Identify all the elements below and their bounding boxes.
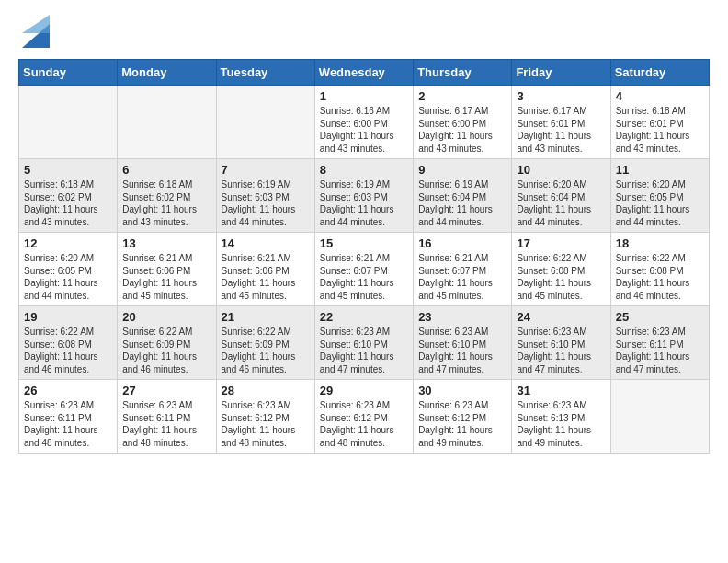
weekday-sunday: Sunday <box>19 60 118 86</box>
day-info: Sunrise: 6:16 AM Sunset: 6:00 PM Dayligh… <box>320 105 408 155</box>
day-number: 18 <box>616 236 704 250</box>
calendar-cell: 30Sunrise: 6:23 AM Sunset: 6:12 PM Dayli… <box>414 380 512 454</box>
calendar-cell: 11Sunrise: 6:20 AM Sunset: 6:05 PM Dayli… <box>610 159 709 233</box>
day-info: Sunrise: 6:22 AM Sunset: 6:08 PM Dayligh… <box>517 252 605 302</box>
day-info: Sunrise: 6:18 AM Sunset: 6:02 PM Dayligh… <box>24 178 112 228</box>
calendar-table: SundayMondayTuesdayWednesdayThursdayFrid… <box>18 59 710 454</box>
calendar-cell: 14Sunrise: 6:21 AM Sunset: 6:06 PM Dayli… <box>216 233 314 306</box>
day-number: 15 <box>320 236 408 250</box>
day-info: Sunrise: 6:18 AM Sunset: 6:02 PM Dayligh… <box>122 178 210 228</box>
day-number: 26 <box>24 384 112 397</box>
calendar-header: SundayMondayTuesdayWednesdayThursdayFrid… <box>19 60 710 86</box>
day-info: Sunrise: 6:22 AM Sunset: 6:08 PM Dayligh… <box>616 252 704 302</box>
day-number: 25 <box>616 310 704 324</box>
weekday-row: SundayMondayTuesdayWednesdayThursdayFrid… <box>19 60 710 86</box>
day-info: Sunrise: 6:22 AM Sunset: 6:08 PM Dayligh… <box>24 326 112 375</box>
header <box>18 15 710 48</box>
week-row: 1Sunrise: 6:16 AM Sunset: 6:00 PM Daylig… <box>19 86 710 159</box>
logo <box>18 15 50 48</box>
day-number: 19 <box>24 310 112 324</box>
day-info: Sunrise: 6:21 AM Sunset: 6:06 PM Dayligh… <box>122 252 210 302</box>
weekday-friday: Friday <box>512 60 610 86</box>
day-info: Sunrise: 6:23 AM Sunset: 6:10 PM Dayligh… <box>418 326 506 375</box>
day-info: Sunrise: 6:21 AM Sunset: 6:07 PM Dayligh… <box>320 252 408 302</box>
calendar-cell: 20Sunrise: 6:22 AM Sunset: 6:09 PM Dayli… <box>118 306 216 380</box>
day-number: 28 <box>222 384 310 397</box>
calendar-cell: 24Sunrise: 6:23 AM Sunset: 6:10 PM Dayli… <box>512 306 610 380</box>
calendar-body: 1Sunrise: 6:16 AM Sunset: 6:00 PM Daylig… <box>19 86 710 454</box>
week-row: 26Sunrise: 6:23 AM Sunset: 6:11 PM Dayli… <box>19 380 710 454</box>
day-info: Sunrise: 6:22 AM Sunset: 6:09 PM Dayligh… <box>122 326 210 375</box>
day-info: Sunrise: 6:20 AM Sunset: 6:05 PM Dayligh… <box>24 252 112 302</box>
day-info: Sunrise: 6:18 AM Sunset: 6:01 PM Dayligh… <box>616 105 704 155</box>
day-number: 10 <box>517 163 605 177</box>
day-info: Sunrise: 6:23 AM Sunset: 6:11 PM Dayligh… <box>616 326 704 375</box>
week-row: 19Sunrise: 6:22 AM Sunset: 6:08 PM Dayli… <box>19 306 710 380</box>
day-info: Sunrise: 6:19 AM Sunset: 6:03 PM Dayligh… <box>222 178 310 228</box>
day-number: 27 <box>122 384 210 397</box>
calendar-cell <box>216 86 314 159</box>
weekday-tuesday: Tuesday <box>216 60 314 86</box>
day-number: 23 <box>418 310 506 324</box>
day-number: 31 <box>517 384 605 397</box>
calendar-cell: 8Sunrise: 6:19 AM Sunset: 6:03 PM Daylig… <box>314 159 413 233</box>
day-number: 5 <box>24 163 112 177</box>
calendar-cell: 23Sunrise: 6:23 AM Sunset: 6:10 PM Dayli… <box>414 306 512 380</box>
page: SundayMondayTuesdayWednesdayThursdayFrid… <box>0 0 728 563</box>
day-number: 1 <box>320 89 408 103</box>
day-number: 9 <box>418 163 506 177</box>
day-number: 16 <box>418 236 506 250</box>
calendar-cell: 15Sunrise: 6:21 AM Sunset: 6:07 PM Dayli… <box>314 233 413 306</box>
calendar-cell <box>118 86 216 159</box>
calendar-cell: 27Sunrise: 6:23 AM Sunset: 6:11 PM Dayli… <box>118 380 216 454</box>
calendar-cell: 7Sunrise: 6:19 AM Sunset: 6:03 PM Daylig… <box>216 159 314 233</box>
day-info: Sunrise: 6:17 AM Sunset: 6:01 PM Dayligh… <box>517 105 605 155</box>
calendar-cell: 4Sunrise: 6:18 AM Sunset: 6:01 PM Daylig… <box>610 86 709 159</box>
day-info: Sunrise: 6:21 AM Sunset: 6:06 PM Dayligh… <box>222 252 310 302</box>
day-number: 13 <box>122 236 210 250</box>
logo-icon <box>22 15 50 48</box>
calendar-cell: 26Sunrise: 6:23 AM Sunset: 6:11 PM Dayli… <box>19 380 118 454</box>
svg-marker-1 <box>22 15 50 33</box>
day-info: Sunrise: 6:20 AM Sunset: 6:05 PM Dayligh… <box>616 178 704 228</box>
calendar-cell: 18Sunrise: 6:22 AM Sunset: 6:08 PM Dayli… <box>610 233 709 306</box>
week-row: 5Sunrise: 6:18 AM Sunset: 6:02 PM Daylig… <box>19 159 710 233</box>
day-info: Sunrise: 6:21 AM Sunset: 6:07 PM Dayligh… <box>418 252 506 302</box>
day-number: 17 <box>517 236 605 250</box>
day-info: Sunrise: 6:23 AM Sunset: 6:11 PM Dayligh… <box>122 399 210 449</box>
day-info: Sunrise: 6:23 AM Sunset: 6:12 PM Dayligh… <box>222 399 310 449</box>
calendar-cell <box>19 86 118 159</box>
day-number: 4 <box>616 89 704 103</box>
calendar-cell: 22Sunrise: 6:23 AM Sunset: 6:10 PM Dayli… <box>314 306 413 380</box>
calendar-cell: 9Sunrise: 6:19 AM Sunset: 6:04 PM Daylig… <box>414 159 512 233</box>
day-info: Sunrise: 6:23 AM Sunset: 6:13 PM Dayligh… <box>517 399 605 449</box>
day-info: Sunrise: 6:19 AM Sunset: 6:03 PM Dayligh… <box>320 178 408 228</box>
calendar-cell: 16Sunrise: 6:21 AM Sunset: 6:07 PM Dayli… <box>414 233 512 306</box>
calendar-cell: 31Sunrise: 6:23 AM Sunset: 6:13 PM Dayli… <box>512 380 610 454</box>
calendar-cell: 2Sunrise: 6:17 AM Sunset: 6:00 PM Daylig… <box>414 86 512 159</box>
day-number: 29 <box>320 384 408 397</box>
calendar-cell <box>610 380 709 454</box>
calendar-cell: 6Sunrise: 6:18 AM Sunset: 6:02 PM Daylig… <box>118 159 216 233</box>
day-info: Sunrise: 6:23 AM Sunset: 6:10 PM Dayligh… <box>517 326 605 375</box>
day-number: 21 <box>222 310 310 324</box>
calendar-cell: 29Sunrise: 6:23 AM Sunset: 6:12 PM Dayli… <box>314 380 413 454</box>
weekday-saturday: Saturday <box>610 60 709 86</box>
day-info: Sunrise: 6:17 AM Sunset: 6:00 PM Dayligh… <box>418 105 506 155</box>
calendar-cell: 28Sunrise: 6:23 AM Sunset: 6:12 PM Dayli… <box>216 380 314 454</box>
calendar-cell: 10Sunrise: 6:20 AM Sunset: 6:04 PM Dayli… <box>512 159 610 233</box>
calendar-cell: 25Sunrise: 6:23 AM Sunset: 6:11 PM Dayli… <box>610 306 709 380</box>
day-info: Sunrise: 6:19 AM Sunset: 6:04 PM Dayligh… <box>418 178 506 228</box>
day-number: 14 <box>222 236 310 250</box>
calendar-cell: 13Sunrise: 6:21 AM Sunset: 6:06 PM Dayli… <box>118 233 216 306</box>
weekday-thursday: Thursday <box>414 60 512 86</box>
calendar-cell: 21Sunrise: 6:22 AM Sunset: 6:09 PM Dayli… <box>216 306 314 380</box>
day-info: Sunrise: 6:23 AM Sunset: 6:12 PM Dayligh… <box>418 399 506 449</box>
day-number: 8 <box>320 163 408 177</box>
day-number: 2 <box>418 89 506 103</box>
calendar-cell: 19Sunrise: 6:22 AM Sunset: 6:08 PM Dayli… <box>19 306 118 380</box>
calendar-cell: 1Sunrise: 6:16 AM Sunset: 6:00 PM Daylig… <box>314 86 413 159</box>
day-number: 22 <box>320 310 408 324</box>
day-number: 7 <box>222 163 310 177</box>
day-number: 20 <box>122 310 210 324</box>
